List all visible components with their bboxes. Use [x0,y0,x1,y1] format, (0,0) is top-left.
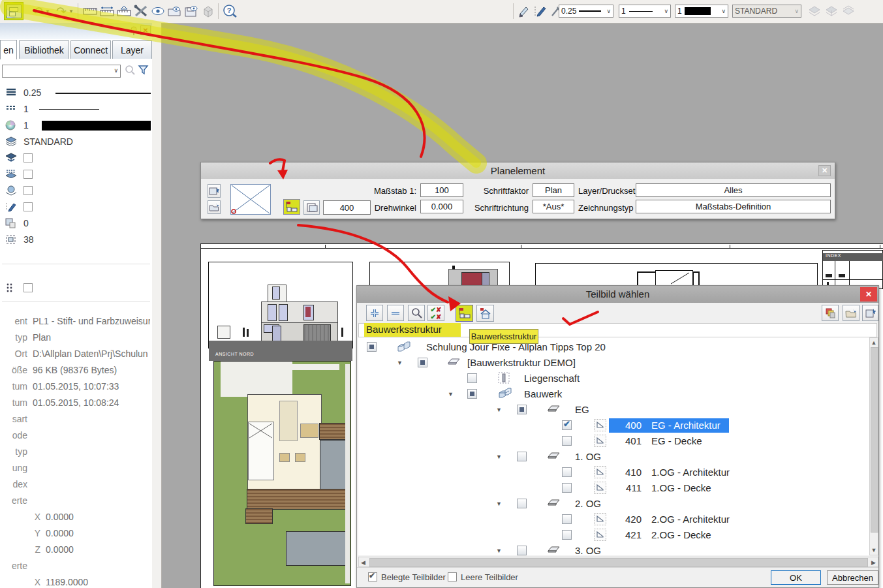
tree-row[interactable]: ▼EG [358,403,867,418]
drehwinkel-field[interactable]: 0.000 [420,200,463,213]
save-view-icon[interactable] [183,3,199,20]
tree-expand-icon[interactable]: ▼ [496,454,502,460]
massstab-field[interactable]: 100 [420,183,463,197]
bauwerksstruktur-view-button[interactable] [456,305,473,322]
plan-window-preview[interactable] [230,184,271,215]
tree-row[interactable]: 4101.OG - Architektur [358,465,867,480]
tree-checkbox[interactable] [562,436,572,446]
belegte-teilbilder-checkbox[interactable]: ✔ [368,572,377,581]
tree-row[interactable]: ▼[Bauwerkstruktur DEMO] [358,356,867,371]
tree-expand-icon[interactable]: ▼ [448,391,454,397]
expand-all-button[interactable] [366,305,383,321]
planelement-dialog-title[interactable]: Planelement [201,162,835,179]
tree-item-label[interactable]: 3. OG [575,545,601,555]
scroll-right-icon[interactable]: ▶ [871,559,876,566]
tree-checkbox[interactable] [517,452,527,461]
search-button[interactable] [408,305,425,321]
line-color-select[interactable]: 1 ∨ [675,5,728,18]
tree-item-label[interactable]: EG [575,404,589,415]
layer-select[interactable]: STANDARD ∨ [732,5,801,18]
pen-icon[interactable] [533,3,548,20]
collapse-all-button[interactable] [387,305,404,321]
tree-checkbox[interactable] [562,483,572,493]
tree-vscrollbar[interactable]: ▲ ▼ [869,337,878,555]
line-type-select[interactable]: 1 ∨ [619,5,671,18]
undo-icon[interactable]: ↶ [30,3,46,20]
tree-row[interactable]: ▼1. OG [358,450,867,465]
close-icon[interactable]: ✕ [818,165,831,176]
tree-expand-icon[interactable]: ▼ [397,360,403,366]
tree-item-label[interactable]: 1.OG - Decke [651,482,711,493]
save-favorite-button[interactable] [208,184,221,198]
tree-checkbox[interactable] [467,373,477,383]
tree-checkbox[interactable] [418,358,427,367]
help-icon[interactable]: ? [222,3,238,20]
measure-distance-icon[interactable] [99,3,115,20]
tree-expand-icon[interactable]: ▼ [496,407,502,413]
open-project-eye-icon[interactable] [166,3,182,20]
tree-expand-icon[interactable]: ▼ [496,501,502,507]
teilbild-reference-button[interactable] [303,200,320,215]
tree-row[interactable]: Liegenschaft [358,371,867,386]
teilbild-dialog-title[interactable]: Teilbild wählen [357,286,878,303]
window-layout-button[interactable] [4,2,23,20]
layer-druckset-field[interactable]: Alles [636,183,831,197]
cancel-button[interactable]: Abbrechen [827,570,878,585]
ok-button[interactable]: OK [771,570,821,585]
tree-checkbox[interactable] [367,342,377,352]
tree-item-label[interactable]: 2. OG [575,498,601,509]
tree-checkbox[interactable] [562,530,572,540]
tree-checkbox[interactable] [562,514,572,524]
tab-en[interactable]: en [0,40,17,59]
save-favorite-button[interactable] [862,305,878,321]
tree-item-label[interactable]: 1.OG - Architektur [651,467,730,478]
tree-checkbox[interactable] [562,467,572,477]
copy-structure-button[interactable] [822,305,839,321]
tree-row[interactable]: ▼3. OG [358,544,867,555]
schriftrichtung-field[interactable]: *Aus* [533,200,574,213]
redo-dropdown-icon[interactable]: ▼ [68,3,74,20]
zeichnungstyp-field[interactable]: Maßstabs-Definition [636,200,831,213]
home-view-button[interactable] [476,305,494,322]
tree-checkbox[interactable] [517,546,527,555]
tools-icon[interactable] [133,3,149,20]
tree-item-label[interactable]: 2.OG - Architektur [651,514,730,525]
load-favorite-button[interactable] [208,200,221,214]
tree-row[interactable]: ▼Bauwerk [358,387,867,402]
redo-icon[interactable]: ↷ [54,3,69,20]
tree-row[interactable]: ▼2. OG [358,497,867,512]
open-favorite-button[interactable] [843,305,860,321]
tree-item-label[interactable]: EG - Architektur [651,420,720,431]
scroll-left-icon[interactable]: ◀ [361,559,365,566]
tree-item-label[interactable]: Bauwerk [524,388,562,399]
leere-teilbilder-checkbox[interactable] [448,572,457,581]
tree-item-label[interactable]: EG - Decke [651,435,702,446]
eye-icon[interactable] [150,3,166,20]
brush-icon[interactable] [517,3,533,20]
measure-elevation-icon[interactable] [116,3,132,20]
tree-row[interactable]: ✔400EG - Architektur [358,418,867,433]
palette-scrollbar[interactable] [152,23,162,588]
tree-item-label[interactable]: Liegenschaft [524,373,580,384]
tree-row[interactable]: Schulung Jour Fixe - Allplan Tipps Top 2… [358,340,867,355]
toggle-selection-button[interactable]: ✔✔✘✘ [427,305,444,321]
tree-expand-icon[interactable]: ▼ [496,548,502,554]
bauwerksstruktur-button[interactable] [283,199,300,215]
scroll-up-icon[interactable]: ▲ [870,339,878,346]
schriftfaktor-field[interactable]: Plan [533,183,574,197]
pen-thickness-select[interactable]: 0.25 ∨ [559,5,613,18]
tree-item-label[interactable]: [Bauwerkstruktur DEMO] [467,357,576,368]
tree-row[interactable]: 4202.OG - Architektur [358,512,867,527]
tree-row[interactable]: 4111.OG - Decke [358,481,867,496]
tree-row[interactable]: 401EG - Decke [358,434,867,449]
undo-dropdown-icon[interactable]: ▼ [44,3,51,20]
tree-checkbox[interactable] [517,499,527,508]
tree-hscrollbar[interactable]: ◀ ▶ [358,557,878,567]
tree-checkbox[interactable]: ✔ [562,420,572,430]
ruler-icon[interactable] [82,3,98,20]
close-icon[interactable]: ✕ [860,287,877,302]
tree-item-label[interactable]: 1. OG [575,451,601,462]
tree-item-label[interactable]: 2.OG - Decke [651,529,711,540]
tree-row[interactable]: 4212.OG - Decke [358,528,867,543]
tree-checkbox[interactable] [467,389,477,399]
